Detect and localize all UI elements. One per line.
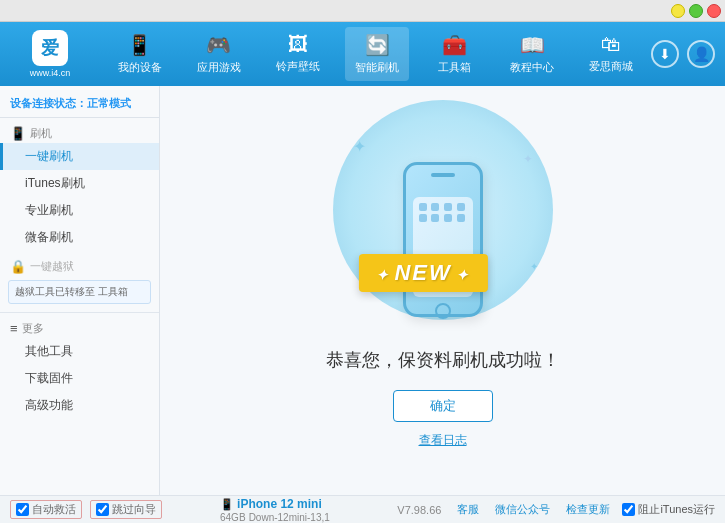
lock-icon: 🔒 — [10, 259, 26, 274]
itunes-label: 阻止iTunes运行 — [638, 502, 715, 517]
nav-item-app-game[interactable]: 🎮 应用游戏 — [187, 27, 251, 81]
sidebar-item-other-tools[interactable]: 其他工具 — [0, 338, 159, 365]
mall-label: 爱思商城 — [589, 59, 633, 74]
device-info: 📱 iPhone 12 mini 64GB Down-12mini-13,1 — [210, 497, 397, 523]
sidebar-item-advanced[interactable]: 高级功能 — [0, 392, 159, 419]
phone-speaker — [431, 173, 455, 177]
nav-item-wallpaper[interactable]: 🖼 铃声壁纸 — [266, 27, 330, 81]
success-illustration: ✦ ✦ ✦ — [343, 132, 543, 332]
maximize-button[interactable] — [689, 4, 703, 18]
device-phone-icon: 📱 — [220, 498, 234, 510]
new-badge: NEW — [358, 254, 487, 292]
sidebar-item-one-click-flash[interactable]: 一键刷机 — [0, 143, 159, 170]
app-grid — [413, 197, 473, 228]
my-device-icon: 📱 — [127, 33, 152, 57]
download-fw-label: 下载固件 — [25, 371, 73, 385]
sidebar-item-itunes-flash[interactable]: iTunes刷机 — [0, 170, 159, 197]
device-status-value: 正常模式 — [87, 97, 131, 109]
device-status: 设备连接状态：正常模式 — [0, 92, 159, 118]
sidebar-group-flash[interactable]: 📱 刷机 — [0, 122, 159, 143]
confirm-button[interactable]: 确定 — [393, 390, 493, 422]
auto-rescue-checkbox[interactable] — [16, 503, 29, 516]
smart-flash-label: 智能刷机 — [355, 60, 399, 75]
minimize-button[interactable] — [671, 4, 685, 18]
more-group-icon: ≡ — [10, 321, 18, 336]
itunes-status: 阻止iTunes运行 — [622, 502, 715, 517]
wizard-label: 跳过向导 — [112, 502, 156, 517]
success-text: 恭喜您，保资料刷机成功啦！ — [326, 348, 560, 372]
app-dot — [419, 214, 427, 222]
update-link[interactable]: 检查更新 — [566, 502, 610, 517]
goto-log-link[interactable]: 查看日志 — [419, 432, 467, 449]
nav-right: ⬇ 👤 — [651, 40, 715, 68]
data-flash-label: 微备刷机 — [25, 230, 73, 244]
close-button[interactable] — [707, 4, 721, 18]
logo-icon: 爱 — [32, 30, 68, 66]
flash-group-icon: 📱 — [10, 126, 26, 141]
nav-item-toolbox[interactable]: 🧰 工具箱 — [425, 27, 485, 81]
nav-item-smart-flash[interactable]: 🔄 智能刷机 — [345, 27, 409, 81]
bottom-bar: 自动救活 跳过向导 📱 iPhone 12 mini 64GB Down-12m… — [0, 495, 725, 523]
tutorial-label: 教程中心 — [510, 60, 554, 75]
smart-flash-icon: 🔄 — [365, 33, 390, 57]
app-dot — [444, 214, 452, 222]
one-click-flash-label: 一键刷机 — [25, 149, 73, 163]
sidebar-note: 越狱工具已转移至 工具箱 — [8, 280, 151, 304]
app-dot — [419, 203, 427, 211]
sidebar-locked-group: 🔒 一键越狱 — [0, 255, 159, 276]
version-label: V7.98.66 — [397, 504, 441, 516]
wallpaper-label: 铃声壁纸 — [276, 59, 320, 74]
toolbox-icon: 🧰 — [442, 33, 467, 57]
bottom-left: 自动救活 跳过向导 — [10, 500, 210, 519]
toolbox-label: 工具箱 — [438, 60, 471, 75]
nav-bar: 爱 www.i4.cn 📱 我的设备 🎮 应用游戏 🖼 铃声壁纸 🔄 智能刷机 … — [0, 22, 725, 86]
nav-logo[interactable]: 爱 www.i4.cn — [10, 30, 90, 78]
auto-rescue-label: 自动救活 — [32, 502, 76, 517]
app-dot — [431, 214, 439, 222]
main-area: 设备连接状态：正常模式 📱 刷机 一键刷机 iTunes刷机 专业刷机 微备刷机… — [0, 86, 725, 495]
wechat-link[interactable]: 微信公众号 — [495, 502, 550, 517]
app-dot — [457, 214, 465, 222]
phone-illustration — [388, 142, 498, 342]
content-area: ✦ ✦ ✦ — [160, 86, 725, 495]
logo-text: www.i4.cn — [30, 68, 71, 78]
auto-rescue-checkbox-label[interactable]: 自动救活 — [10, 500, 82, 519]
download-button[interactable]: ⬇ — [651, 40, 679, 68]
sidebar-divider — [0, 312, 159, 313]
locked-item-label: 一键越狱 — [30, 259, 74, 274]
tutorial-icon: 📖 — [520, 33, 545, 57]
nav-item-tutorial[interactable]: 📖 教程中心 — [500, 27, 564, 81]
flash-group-label: 刷机 — [30, 126, 52, 141]
sidebar: 设备连接状态：正常模式 📱 刷机 一键刷机 iTunes刷机 专业刷机 微备刷机… — [0, 86, 160, 495]
advanced-label: 高级功能 — [25, 398, 73, 412]
my-device-label: 我的设备 — [118, 60, 162, 75]
phone-body — [403, 162, 483, 317]
app-game-icon: 🎮 — [206, 33, 231, 57]
wizard-checkbox-label[interactable]: 跳过向导 — [90, 500, 162, 519]
wallpaper-icon: 🖼 — [288, 33, 308, 56]
title-bar — [0, 0, 725, 22]
wizard-checkbox[interactable] — [96, 503, 109, 516]
sidebar-group-more[interactable]: ≡ 更多 — [0, 317, 159, 338]
sidebar-item-download-fw[interactable]: 下载固件 — [0, 365, 159, 392]
illustration-container: ✦ ✦ ✦ — [326, 132, 560, 449]
phone-home-button — [435, 303, 451, 319]
app-dot — [444, 203, 452, 211]
other-tools-label: 其他工具 — [25, 344, 73, 358]
nav-item-mall[interactable]: 🛍 爱思商城 — [579, 27, 643, 81]
nav-item-my-device[interactable]: 📱 我的设备 — [108, 27, 172, 81]
app-dot — [457, 203, 465, 211]
app-game-label: 应用游戏 — [197, 60, 241, 75]
user-button[interactable]: 👤 — [687, 40, 715, 68]
device-storage: 64GB — [220, 512, 246, 523]
device-status-label: 设备连接状态： — [10, 97, 87, 109]
app-dot — [431, 203, 439, 211]
support-link[interactable]: 客服 — [457, 502, 479, 517]
device-firmware-value: Down-12mini-13,1 — [249, 512, 330, 523]
sparkle-icon-3: ✦ — [530, 261, 538, 272]
sidebar-item-pro-flash[interactable]: 专业刷机 — [0, 197, 159, 224]
sidebar-item-data-flash[interactable]: 微备刷机 — [0, 224, 159, 251]
device-name: iPhone 12 mini — [237, 497, 322, 511]
itunes-checkbox[interactable] — [622, 503, 635, 516]
mall-icon: 🛍 — [601, 33, 621, 56]
